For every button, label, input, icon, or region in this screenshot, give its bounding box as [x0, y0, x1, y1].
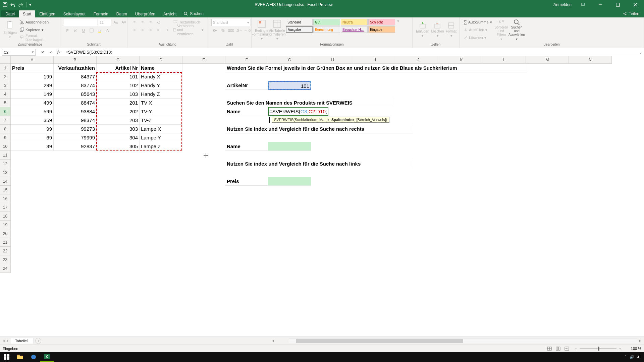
col-header-D[interactable]: D: [140, 56, 182, 63]
cell-C6[interactable]: 202: [97, 107, 140, 116]
excel-taskbar-icon[interactable]: X: [40, 352, 54, 362]
cell-C4[interactable]: 103: [97, 90, 140, 99]
comma-format-icon[interactable]: 000: [227, 27, 235, 34]
sort-filter-button[interactable]: Sortieren und Filtern▾: [495, 19, 508, 41]
name-box[interactable]: C2▾: [2, 49, 36, 56]
decrease-font-icon[interactable]: A▾: [120, 19, 127, 25]
find-select-button[interactable]: Suchen und Auswählen▾: [510, 19, 524, 41]
style-neutral[interactable]: Neutral: [341, 19, 368, 25]
increase-font-icon[interactable]: A▴: [112, 19, 119, 25]
start-button[interactable]: [0, 352, 13, 362]
row-header-13[interactable]: 13: [0, 168, 10, 177]
cell-F14[interactable]: Preis: [225, 177, 268, 186]
view-normal-icon[interactable]: [545, 346, 554, 352]
format-as-table-button[interactable]: Als Tabelle formatieren▾: [270, 19, 284, 41]
row-header-10[interactable]: 10: [0, 142, 10, 151]
dec-decimal-icon[interactable]: ←.0: [244, 27, 251, 34]
file-explorer-icon[interactable]: [13, 352, 27, 362]
cell-F5[interactable]: Suchen Sie den Namen des Produkts mit SV…: [225, 99, 393, 107]
tell-me-search[interactable]: Suchen: [180, 10, 207, 17]
cell-B8[interactable]: 99273: [54, 125, 97, 133]
format-painter-button[interactable]: Format übertragen: [19, 34, 57, 41]
row-header-6[interactable]: 6: [0, 107, 10, 116]
col-header-I[interactable]: I: [354, 56, 397, 63]
qat-more-icon[interactable]: ▾: [29, 2, 31, 7]
new-sheet-icon[interactable]: +: [35, 338, 41, 344]
style-eingabe[interactable]: Eingabe: [368, 26, 395, 33]
tab-home[interactable]: Start: [19, 10, 35, 17]
hscroll-right-icon[interactable]: ▸: [639, 339, 641, 343]
zoom-out-icon[interactable]: −: [575, 347, 577, 351]
close-icon[interactable]: [629, 0, 641, 9]
insert-cells-button[interactable]: Einfügen▾: [416, 19, 429, 41]
borders-button[interactable]: [88, 27, 95, 34]
row-header-4[interactable]: 4: [0, 90, 10, 99]
row-header-22[interactable]: 22: [0, 247, 10, 255]
row-header-23[interactable]: 23: [0, 255, 10, 264]
style-ausgabe[interactable]: Ausgabe: [286, 26, 313, 33]
cell-B2[interactable]: 84377: [54, 72, 97, 81]
cell-D4[interactable]: Handy Z: [140, 90, 182, 99]
col-header-C[interactable]: C: [97, 56, 140, 63]
cell-D3[interactable]: Handy Y: [140, 81, 182, 90]
tray-network-icon[interactable]: 🖧: [637, 355, 641, 359]
signin-link[interactable]: Anmelden: [553, 2, 572, 7]
row-header-9[interactable]: 9: [0, 133, 10, 142]
view-page-layout-icon[interactable]: [554, 346, 562, 352]
cell-A9[interactable]: 69: [11, 133, 54, 142]
cell-B1[interactable]: Verkaufszahlen: [54, 64, 97, 72]
col-header-H[interactable]: H: [311, 56, 354, 63]
ribbon-options-icon[interactable]: [577, 0, 589, 9]
cell-A5[interactable]: 499: [11, 99, 54, 107]
horizontal-scrollbar[interactable]: [289, 339, 638, 343]
row-header-20[interactable]: 20: [0, 229, 10, 238]
row-header-24[interactable]: 24: [0, 264, 10, 273]
row-header-18[interactable]: 18: [0, 212, 10, 221]
cell-A3[interactable]: 299: [11, 81, 54, 90]
col-header-G[interactable]: G: [268, 56, 311, 63]
cut-button[interactable]: Ausschneiden: [19, 19, 57, 25]
row-header-5[interactable]: 5: [0, 99, 10, 107]
copy-button[interactable]: Kopieren▾: [19, 26, 57, 33]
cell-D6[interactable]: TV-Y: [140, 107, 182, 116]
sheet-next-icon[interactable]: ▸: [7, 339, 9, 343]
fill-button[interactable]: Ausfüllen▾: [463, 26, 493, 33]
cell-D9[interactable]: Lampe Y: [140, 133, 182, 142]
col-header-N[interactable]: N: [569, 56, 612, 63]
expand-formula-bar-icon[interactable]: ⌄: [637, 50, 644, 55]
row-header-3[interactable]: 3: [0, 81, 10, 90]
col-header-A[interactable]: A: [11, 56, 54, 63]
row-header-16[interactable]: 16: [0, 194, 10, 203]
cell-C3[interactable]: 102: [97, 81, 140, 90]
col-header-B[interactable]: B: [54, 56, 97, 63]
font-color-button[interactable]: A: [104, 27, 111, 34]
cell-C8[interactable]: 303: [97, 125, 140, 133]
align-top-icon[interactable]: ≡: [131, 19, 138, 25]
cell-C7[interactable]: 203: [97, 116, 140, 125]
row-header-8[interactable]: 8: [0, 125, 10, 133]
row-header-17[interactable]: 17: [0, 203, 10, 212]
orientation-icon[interactable]: ⭯: [155, 19, 162, 25]
edge-icon[interactable]: [27, 352, 40, 362]
row-header-21[interactable]: 21: [0, 238, 10, 247]
row-header-19[interactable]: 19: [0, 221, 10, 229]
styles-more-icon[interactable]: ▾: [397, 19, 399, 23]
paste-button[interactable]: Einfügen▾: [3, 19, 17, 41]
cell-B9[interactable]: 79999: [54, 133, 97, 142]
cell-C1[interactable]: Artikel Nr: [97, 64, 140, 72]
row-header-15[interactable]: 15: [0, 186, 10, 194]
sheet-prev-icon[interactable]: ◂: [3, 339, 5, 343]
col-header-E[interactable]: E: [182, 56, 225, 63]
cell-B7[interactable]: 98374: [54, 116, 97, 125]
confirm-edit-icon[interactable]: ✓: [47, 49, 54, 56]
cell-F10[interactable]: Name: [225, 142, 268, 151]
cell-F3[interactable]: ArtikelNr: [225, 81, 268, 90]
style-gut[interactable]: Gut: [313, 19, 340, 25]
tab-data[interactable]: Daten: [112, 10, 131, 17]
cell-G3[interactable]: 101: [268, 81, 311, 90]
cell-F12[interactable]: Nutzen Sie index und Vergleich für die S…: [225, 160, 413, 168]
style-standard[interactable]: Standard: [286, 19, 313, 25]
cell-C9[interactable]: 304: [97, 133, 140, 142]
cell-F1[interactable]: Wenden Sie die Formel jeweils in der Grü…: [225, 64, 527, 72]
bold-button[interactable]: F: [64, 27, 71, 34]
